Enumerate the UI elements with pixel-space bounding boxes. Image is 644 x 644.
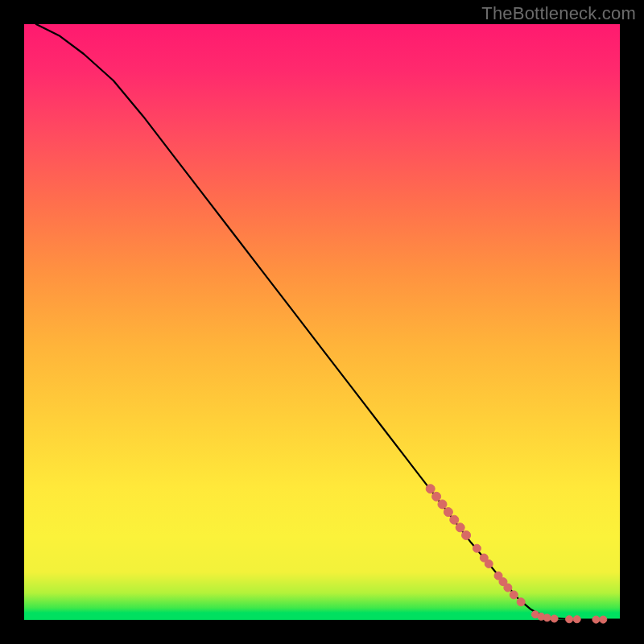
data-marker [566,616,573,623]
curve-svg [24,24,620,620]
data-marker [504,584,512,592]
data-marker [592,616,600,623]
chart-frame: TheBottleneck.com [0,0,644,644]
data-marker [573,616,580,623]
data-marker [517,598,525,606]
data-marker [551,615,558,622]
data-marker [485,559,493,568]
bottleneck-curve [36,24,620,620]
marker-group [426,485,607,623]
watermark-text: TheBottleneck.com [481,3,636,24]
data-marker [444,508,452,517]
data-marker [426,485,435,493]
data-marker [473,544,481,552]
data-marker [543,614,551,621]
data-marker [456,523,464,532]
data-marker [432,492,441,501]
data-marker [600,616,607,623]
data-marker [450,515,459,524]
data-marker [438,500,447,509]
data-marker [462,530,471,539]
plot-area [24,24,620,620]
data-marker [510,591,518,599]
